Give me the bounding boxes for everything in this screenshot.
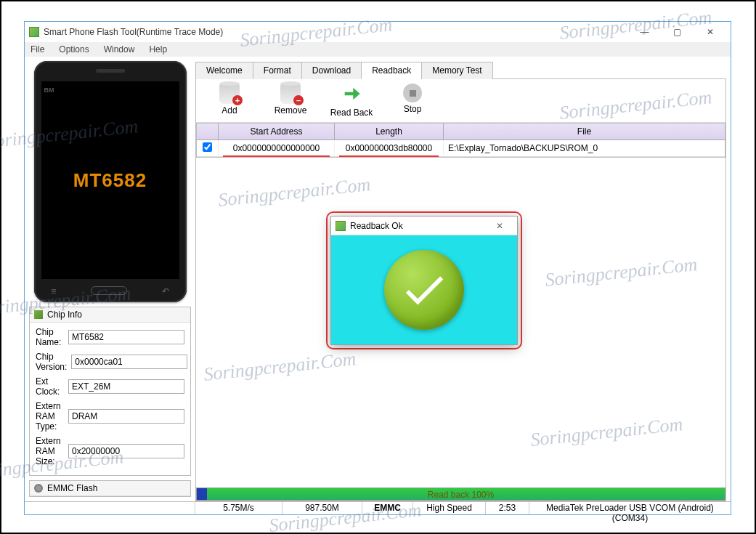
cell-start-address: 0x0000000000000000 xyxy=(219,141,335,155)
cell-file: E:\Explay_Tornado\BACKUPS\ROM_0 xyxy=(444,141,725,155)
database-remove-icon: – xyxy=(280,84,301,104)
stop-button[interactable]: Stop xyxy=(391,84,434,118)
ext-clock-label: Ext Clock: xyxy=(36,376,64,397)
menu-options[interactable]: Options xyxy=(56,43,92,56)
row-checkbox[interactable] xyxy=(203,142,212,152)
maximize-button[interactable]: ▢ xyxy=(661,22,694,42)
tabs: Welcome Format Download Readback Memory … xyxy=(195,61,726,79)
dialog-title: Readback Ok xyxy=(350,221,403,231)
left-sidebar: BM MT6582 ≡ ↶ Chip Info Chip Name: xyxy=(25,57,195,501)
add-button[interactable]: + Add xyxy=(208,84,251,118)
readback-button[interactable]: Read Back xyxy=(330,84,373,118)
ram-size-field[interactable] xyxy=(68,444,184,458)
titlebar[interactable]: Smart Phone Flash Tool(Runtime Trace Mod… xyxy=(25,22,731,42)
phone-chip-label: MT6582 xyxy=(73,169,147,192)
phone-menu-icon: ≡ xyxy=(51,286,56,296)
tab-format[interactable]: Format xyxy=(253,62,302,79)
status-size: 987.50M xyxy=(283,502,362,514)
chip-info-title: Chip Info xyxy=(47,310,82,320)
menu-window[interactable]: Window xyxy=(101,43,138,56)
close-button[interactable]: ✕ xyxy=(694,22,726,42)
menu-help[interactable]: Help xyxy=(146,43,170,56)
col-start-address[interactable]: Start Address xyxy=(219,124,335,139)
chip-version-label: Chip Version: xyxy=(36,352,67,372)
window-title: Smart Phone Flash Tool(Runtime Trace Mod… xyxy=(44,27,628,37)
dialog-close-button[interactable]: ✕ xyxy=(487,221,513,231)
ram-size-label: Extern RAM Size: xyxy=(36,436,64,466)
cell-length: 0x000000003db80000 xyxy=(335,141,444,155)
status-mode: High Speed xyxy=(413,502,486,514)
chip-info-panel: Chip Info Chip Name: Chip Version: Ext C… xyxy=(29,307,191,476)
remove-button[interactable]: – Remove xyxy=(269,84,312,118)
chip-icon xyxy=(34,310,43,319)
emmc-flash-panel: EMMC Flash xyxy=(29,480,191,497)
readback-grid: Start Address Length File 0x000000000000… xyxy=(196,123,725,158)
minimize-button[interactable]: — xyxy=(628,22,661,42)
chip-name-label: Chip Name: xyxy=(36,327,64,347)
tab-welcome[interactable]: Welcome xyxy=(195,62,253,79)
status-storage: EMMC xyxy=(362,502,413,514)
phone-home-icon xyxy=(91,286,127,295)
status-time: 2:53 xyxy=(486,502,529,514)
checkmark-icon xyxy=(384,250,464,330)
status-speed: 5.75M/s xyxy=(195,502,283,514)
dialog-icon xyxy=(336,221,346,231)
emmc-flash-title: EMMC Flash xyxy=(47,483,97,493)
phone-brand: BM xyxy=(44,86,54,94)
statusbar: 5.75M/s 987.50M EMMC High Speed 2:53 Med… xyxy=(25,501,731,514)
tab-readback[interactable]: Readback xyxy=(361,62,422,79)
progress-text: Read back 100% xyxy=(428,490,494,500)
progress-bar: Read back 100% xyxy=(196,488,725,501)
tab-download[interactable]: Download xyxy=(301,62,362,79)
database-add-icon: + xyxy=(219,84,240,104)
chip-name-field[interactable] xyxy=(68,330,184,344)
phone-back-icon: ↶ xyxy=(162,286,169,296)
status-device: MediaTek PreLoader USB VCOM (Android) (C… xyxy=(529,502,731,514)
app-icon xyxy=(29,27,39,37)
col-length[interactable]: Length xyxy=(335,124,444,139)
chip-version-field[interactable] xyxy=(71,355,187,369)
gear-icon xyxy=(34,484,43,493)
readback-ok-dialog[interactable]: Readback Ok ✕ xyxy=(330,216,518,345)
toolbar: + Add – Remove Read Back Stop xyxy=(196,79,725,123)
tab-memory-test[interactable]: Memory Test xyxy=(421,62,492,79)
menu-file[interactable]: File xyxy=(28,43,47,56)
arrow-right-icon xyxy=(341,84,362,106)
ram-type-label: Extern RAM Type: xyxy=(36,401,64,432)
ram-type-field[interactable] xyxy=(68,409,184,424)
stop-icon xyxy=(403,84,422,102)
col-file[interactable]: File xyxy=(444,124,725,139)
phone-preview: BM MT6582 ≡ ↶ xyxy=(34,61,187,302)
menubar: File Options Window Help xyxy=(25,42,731,57)
ext-clock-field[interactable] xyxy=(68,379,184,394)
table-row[interactable]: 0x0000000000000000 0x000000003db80000 E:… xyxy=(197,140,725,157)
